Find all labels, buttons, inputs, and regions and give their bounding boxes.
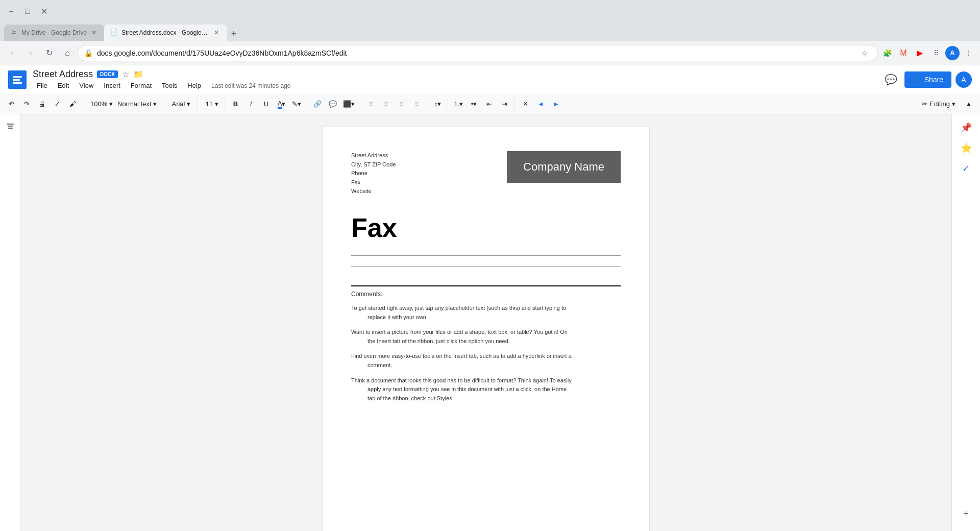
numbered-list-button[interactable]: 1.▾: [451, 97, 465, 111]
font-chevron: ▾: [187, 100, 190, 108]
company-name-box[interactable]: Company Name: [507, 151, 621, 183]
gmail-icon[interactable]: M: [896, 46, 911, 60]
align-left-button[interactable]: ≡: [363, 97, 378, 111]
minimize-btn[interactable]: －: [4, 4, 18, 18]
logo-line-1: [13, 76, 22, 78]
redo-button[interactable]: ↷: [19, 97, 34, 111]
menu-help[interactable]: Help: [183, 81, 205, 90]
menu-view[interactable]: View: [75, 81, 97, 90]
body-para-3[interactable]: Find even more easy-to-use tools on the …: [351, 352, 621, 370]
image-button[interactable]: ⬛▾: [341, 97, 357, 111]
bookmark-button[interactable]: ☆: [857, 46, 871, 60]
toolbar-sep-1: [83, 99, 83, 109]
undo-button[interactable]: ↶: [4, 97, 18, 111]
bold-button[interactable]: B: [228, 97, 242, 111]
expand-sidebar-btn[interactable]: +: [957, 504, 975, 523]
doc-address[interactable]: Street Address City, ST ZIP Code Phone F…: [351, 151, 396, 196]
toolbar-sep-10: [514, 99, 515, 109]
font-value: Arial: [172, 100, 185, 108]
text-color-button[interactable]: A ▾: [274, 97, 288, 111]
align-center-button[interactable]: ≡: [379, 97, 393, 111]
indent-right-button[interactable]: ▸: [549, 97, 563, 111]
share-button[interactable]: 👤 Share: [904, 71, 951, 88]
decrease-indent-button[interactable]: ⇤: [482, 97, 496, 111]
reload-button[interactable]: ↻: [41, 45, 57, 61]
font-size-dropdown[interactable]: 11 ▾: [201, 97, 222, 111]
svg-rect-0: [7, 124, 14, 125]
paint-format-button[interactable]: 🖌: [65, 97, 80, 111]
toolbar-sep-3: [164, 99, 164, 109]
align-right-button[interactable]: ≡: [394, 97, 408, 111]
menu-file[interactable]: File: [33, 81, 52, 90]
body-para-1[interactable]: To get started right away, just tap any …: [351, 304, 621, 322]
user-avatar[interactable]: A: [955, 71, 972, 88]
logo-line-3: [13, 82, 22, 84]
apps-icon[interactable]: ⠿: [929, 46, 943, 60]
font-dropdown[interactable]: Arial ▾: [167, 97, 194, 111]
left-sidebar: [0, 114, 20, 531]
comment-button[interactable]: 💬: [882, 70, 900, 89]
tab2-close[interactable]: ✕: [212, 29, 220, 37]
browser-menu[interactable]: ⋮: [962, 46, 976, 60]
spell-check-button[interactable]: ✓: [50, 97, 64, 111]
profile-button[interactable]: A: [945, 46, 960, 60]
docs-app-bar: Street Address DOCX ☆ 📁 File Edit View I…: [0, 65, 980, 94]
editing-dropdown[interactable]: ✏ Editing ▾: [918, 98, 960, 110]
outline-icon[interactable]: [2, 118, 18, 135]
tab-bar: 🗂 My Drive - Google Drive ✕ 📄 Street Add…: [0, 22, 980, 41]
style-dropdown[interactable]: Normal text ▾: [113, 97, 161, 111]
fax-title[interactable]: Fax: [351, 212, 621, 243]
body-para-1-indented: replace it with your own.: [351, 313, 621, 322]
doc-area[interactable]: Street Address City, ST ZIP Code Phone F…: [20, 114, 951, 531]
doc-title[interactable]: Street Address: [33, 69, 93, 80]
extensions-button[interactable]: 🧩: [880, 46, 894, 60]
print-button[interactable]: 🖨: [35, 97, 49, 111]
close-btn[interactable]: ✕: [37, 4, 51, 18]
bulleted-list-button[interactable]: •▾: [467, 97, 481, 111]
tab-1[interactable]: 🗂 My Drive - Google Drive ✕: [4, 25, 104, 41]
menu-format[interactable]: Format: [127, 81, 156, 90]
menu-edit[interactable]: Edit: [54, 81, 73, 90]
doc-star-icon[interactable]: ☆: [122, 69, 129, 79]
line-spacing-button[interactable]: ↕▾: [430, 97, 445, 111]
toolbar-right: ✏ Editing ▾ ▲: [918, 97, 976, 111]
doc-title-row: Street Address DOCX ☆ 📁: [33, 69, 876, 80]
check-icon[interactable]: ✓: [957, 159, 975, 178]
menu-tools[interactable]: Tools: [158, 81, 181, 90]
forward-button[interactable]: ›: [22, 45, 39, 61]
underline-button[interactable]: U: [259, 97, 273, 111]
address-bar[interactable]: 🔒 docs.google.com/document/d/175UUaz4eOv…: [78, 45, 878, 61]
menu-insert[interactable]: Insert: [100, 81, 125, 90]
tab1-close[interactable]: ✕: [90, 29, 98, 37]
align-justify-button[interactable]: ≡: [409, 97, 424, 111]
tab2-title: Street Address.docx - Google D...: [121, 29, 209, 36]
highlight-button[interactable]: ✎▾: [289, 97, 304, 111]
collapse-button[interactable]: ▲: [962, 97, 976, 111]
comments-label[interactable]: Comments:: [351, 291, 621, 298]
keep-icon[interactable]: 📌: [957, 118, 975, 137]
toolbar-sep-2: [110, 99, 110, 109]
body-para-2[interactable]: Want to insert a picture from your files…: [351, 328, 621, 346]
address-line1: Street Address: [351, 151, 396, 160]
body-para-4[interactable]: Think a document that looks this good ha…: [351, 376, 621, 403]
tasks-icon[interactable]: ⭐: [957, 139, 975, 157]
home-button[interactable]: ⌂: [59, 45, 76, 61]
youtube-icon[interactable]: ▶: [913, 46, 927, 60]
zoom-value: 100%: [90, 100, 107, 108]
toolbar-sep-9: [448, 99, 448, 109]
fax-line-1: [351, 255, 621, 256]
back-button[interactable]: ‹: [4, 45, 20, 61]
italic-button[interactable]: I: [243, 97, 258, 111]
zoom-dropdown[interactable]: 100% ▾: [86, 97, 107, 111]
new-tab-button[interactable]: +: [227, 27, 241, 41]
link-button[interactable]: 🔗: [310, 97, 325, 111]
indent-left-button[interactable]: ◂: [533, 97, 548, 111]
clear-format-button[interactable]: ✕: [518, 97, 532, 111]
tab-2[interactable]: 📄 Street Address.docx - Google D... ✕: [104, 25, 227, 41]
toolbar-sep-5: [225, 99, 225, 109]
doc-folder-icon[interactable]: 📁: [133, 69, 143, 79]
comment-toolbar-button[interactable]: 💬: [326, 97, 340, 111]
editing-pencil-icon: ✏: [922, 100, 927, 108]
increase-indent-button[interactable]: ⇥: [497, 97, 511, 111]
maximize-btn[interactable]: □: [20, 4, 35, 18]
